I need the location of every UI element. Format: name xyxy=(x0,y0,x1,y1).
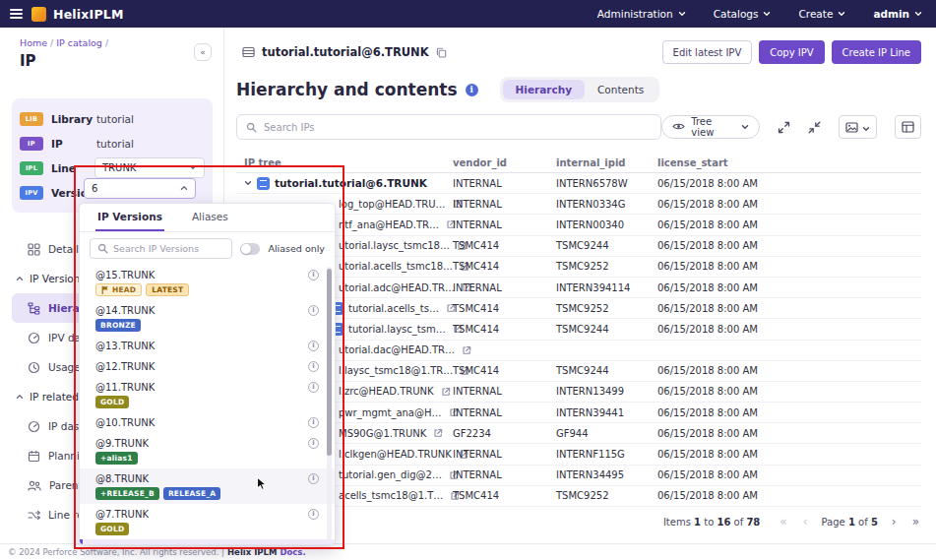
collapse-all-button[interactable] xyxy=(808,121,821,134)
info-icon[interactable] xyxy=(466,84,478,96)
info-icon[interactable] xyxy=(308,417,319,428)
popup-scrollbar[interactable] xyxy=(327,267,332,539)
tab-aliases[interactable]: Aliases xyxy=(190,204,230,231)
tree-view-button[interactable]: Tree view xyxy=(661,115,760,139)
license-start-cell: 06/15/2018 8:00 AM xyxy=(657,469,921,480)
table-row: ntf_ana@HEAD.TR…INTERNALINTERN0034006/15… xyxy=(236,215,921,235)
create-ip-line-button[interactable]: Create IP Line xyxy=(832,40,921,64)
copy-ipv-button[interactable]: Copy IPV xyxy=(759,40,824,64)
info-icon[interactable] xyxy=(308,305,319,316)
menu-create[interactable]: Create xyxy=(798,8,845,20)
open-ip-link-icon[interactable] xyxy=(462,345,471,355)
dashboard-icon xyxy=(28,332,40,344)
column-header-internal-ipid[interactable]: internal_ipid xyxy=(556,157,657,168)
hamburger-menu-icon[interactable] xyxy=(8,7,25,21)
ipv-option-11-trunk[interactable]: @11.TRUNKGOLD xyxy=(80,377,335,412)
breadcrumb-separator: / xyxy=(105,37,108,48)
next-page-button[interactable]: › xyxy=(890,515,899,529)
ipv-option-12-trunk[interactable]: @12.TRUNK xyxy=(80,356,335,377)
brand-iplm: IPLM xyxy=(90,7,124,22)
ipv-option-7-trunk[interactable]: @7.TRUNKGOLD xyxy=(80,504,335,539)
column-header-ip-tree[interactable]: IP tree xyxy=(236,157,453,168)
sidebar-collapse-button[interactable]: « xyxy=(194,43,212,61)
docs-link[interactable]: Docs. xyxy=(280,547,305,557)
tab-hierarchy[interactable]: Hierarchy xyxy=(503,80,586,99)
brand-helix: Helix xyxy=(53,7,90,22)
info-icon[interactable] xyxy=(308,509,319,520)
column-settings-button[interactable] xyxy=(895,115,921,139)
ipv-option-10-trunk[interactable]: @10.TRUNK xyxy=(80,412,335,433)
tab-ip-versions[interactable]: IP Versions xyxy=(95,204,164,231)
search-row: Tree view xyxy=(236,114,921,140)
footer-brand: Helix IPLM xyxy=(227,547,277,557)
version-select[interactable]: 6 xyxy=(84,178,196,199)
vendor-cell: INTERNAL xyxy=(453,407,556,418)
vendor-cell: GF2234 xyxy=(453,428,556,439)
info-icon[interactable] xyxy=(308,438,319,449)
chevron-up-icon xyxy=(16,393,24,401)
menu-admin[interactable]: admin xyxy=(873,8,922,20)
badge-alias1: +alias1 xyxy=(95,452,138,465)
page-nav: « ‹ Page 1 of 5 › » xyxy=(778,515,921,529)
license-start-cell: 06/15/2018 8:00 AM xyxy=(657,386,921,397)
info-icon[interactable] xyxy=(308,270,319,280)
info-icon[interactable] xyxy=(308,473,319,484)
ipv-option-15-trunk[interactable]: @15.TRUNKHEADLATEST xyxy=(80,265,335,300)
expand-all-button[interactable] xyxy=(778,121,790,134)
info-icon[interactable] xyxy=(308,341,319,351)
ipv-option-label: @14.TRUNK xyxy=(95,304,305,317)
column-header-vendor-id[interactable]: vendor_id xyxy=(453,157,556,168)
ipv-option-14-trunk[interactable]: @14.TRUNKBRONZE xyxy=(80,300,335,336)
usage-icon xyxy=(28,361,40,374)
prev-page-button[interactable]: ‹ xyxy=(801,515,810,529)
breadcrumb-ip-catalog[interactable]: IP catalog xyxy=(56,37,102,48)
first-page-button[interactable]: « xyxy=(778,515,788,529)
ip-tree-cell[interactable]: tutorial.tutorial@6.TRUNK xyxy=(236,177,453,190)
items-count: Items 1 to 16 of 78 xyxy=(663,517,760,528)
scrollbar-thumb[interactable] xyxy=(327,269,332,456)
image-icon xyxy=(845,118,858,137)
info-icon[interactable] xyxy=(308,382,319,393)
ipv-option-current-partial[interactable] xyxy=(80,539,335,545)
column-header-license-start[interactable]: license_start xyxy=(657,157,921,168)
chevron-down-icon[interactable] xyxy=(244,179,252,187)
pagination: Items 1 to 16 of 78 « ‹ Page 1 of 5 › » xyxy=(236,515,921,529)
ipv-option-9-trunk[interactable]: @9.TRUNK+alias1 xyxy=(80,433,335,468)
vendor-cell: INTERNAL xyxy=(453,282,556,293)
ip-name: utorial.laysc_tsmc18… xyxy=(339,240,450,251)
table-row: tutorial.gen_dig@2…INTERNALINTERN3449506… xyxy=(236,466,921,486)
dashboard-icon xyxy=(28,420,40,433)
internal-ipid-cell: GF944 xyxy=(556,428,657,439)
ipv-option-label: @9.TRUNK xyxy=(95,437,305,450)
menu-label: Catalogs xyxy=(714,8,759,20)
info-icon[interactable] xyxy=(308,361,319,372)
table-row: l.zrc@HEAD.TRUNKINTERNALINTERN1349906/15… xyxy=(236,382,921,403)
internal-ipid-cell: INTERNF115G xyxy=(556,449,657,460)
badge-bronze: BRONZE xyxy=(95,319,141,332)
vendor-cell: TSMC414 xyxy=(453,261,556,272)
edit-latest-ipv-button[interactable]: Edit latest IPV xyxy=(662,40,753,64)
last-page-button[interactable]: » xyxy=(910,515,921,529)
line-select[interactable]: TRUNK xyxy=(94,157,205,178)
export-image-button[interactable] xyxy=(839,115,877,139)
copy-icon[interactable] xyxy=(436,47,447,58)
search-ip-versions-input[interactable] xyxy=(113,243,224,254)
ipv-option-8-trunk[interactable]: @8.TRUNK+RELEASE_BRELEASE_A xyxy=(80,468,335,504)
aliased-only-toggle[interactable] xyxy=(240,243,260,255)
menu-administration[interactable]: Administration xyxy=(597,8,686,20)
breadcrumb-home[interactable]: Home xyxy=(20,37,47,48)
table-row: pwr_mgmt_ana@H…INTERNALINTERN3944106/15/… xyxy=(236,403,921,423)
search-ips-input[interactable] xyxy=(264,122,652,133)
open-ip-link-icon[interactable] xyxy=(433,428,443,438)
license-start-cell: 06/15/2018 8:00 AM xyxy=(657,449,921,460)
open-ip-link-icon[interactable] xyxy=(441,387,451,397)
ipv-option-13-trunk[interactable]: @13.TRUNK xyxy=(80,336,335,356)
tab-contents[interactable]: Contents xyxy=(585,80,656,99)
table-row: utorial.laysc_tsmc18…TSMC414TSMC924406/1… xyxy=(236,236,921,257)
menu-catalogs[interactable]: Catalogs xyxy=(714,8,772,20)
internal-ipid-cell: TSMC9244 xyxy=(556,240,657,251)
license-start-cell: 06/15/2018 8:00 AM xyxy=(657,490,921,501)
ipv-option-label: @8.TRUNK xyxy=(95,472,305,485)
table-icon xyxy=(902,118,914,137)
ip-name: utorial.dac@HEAD.TR… xyxy=(339,344,455,355)
